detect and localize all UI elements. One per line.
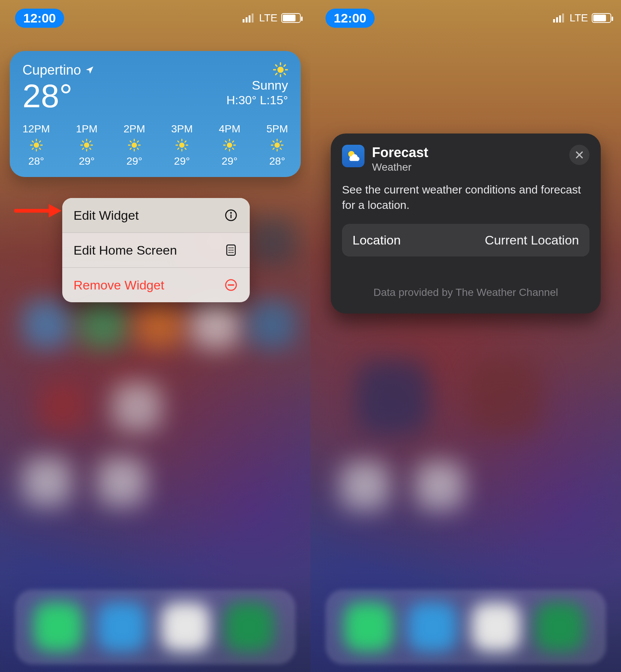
sheet-title: Forecast: [372, 145, 562, 160]
hour-temp: 28°: [28, 155, 44, 167]
blurred-app-icon: [340, 461, 389, 510]
dock-app-icon: [344, 603, 393, 651]
svg-marker-29: [49, 204, 62, 218]
svg-rect-9: [243, 19, 244, 22]
sheet-footer: Data provided by The Weather Channel: [342, 286, 590, 298]
svg-rect-10: [246, 17, 248, 22]
svg-point-19: [232, 247, 233, 248]
blurred-app-icon: [468, 360, 543, 435]
sun-icon: [273, 62, 288, 77]
svg-rect-32: [559, 15, 561, 22]
location-row-value: Current Location: [485, 233, 579, 248]
widget-hour: 12PM 28°: [22, 123, 50, 167]
blurred-app-icon: [416, 461, 464, 510]
widget-city-label: Cupertino: [22, 62, 81, 78]
blurred-app-icon: [248, 300, 296, 349]
widget-hour: 5PM 28°: [266, 123, 288, 167]
sun-icon: [30, 139, 43, 152]
annotation-arrow-icon: [14, 202, 62, 219]
dock-app-icon: [161, 603, 210, 651]
location-arrow-icon: [85, 65, 94, 75]
menu-item-label: Remove Widget: [74, 278, 164, 292]
status-network-label: LTE: [259, 12, 278, 24]
menu-item-label: Edit Widget: [74, 208, 139, 223]
widget-city: Cupertino: [22, 62, 94, 78]
svg-point-17: [228, 247, 230, 248]
widget-hour: 1PM 29°: [76, 123, 98, 167]
blurred-app-icon: [191, 300, 240, 349]
svg-point-23: [228, 252, 230, 253]
menu-item-label: Edit Home Screen: [74, 243, 177, 258]
menu-item-edit-widget[interactable]: Edit Widget: [62, 198, 250, 232]
minus-circle-icon: [224, 278, 238, 292]
blurred-app-icon: [22, 300, 71, 349]
close-icon: [574, 150, 584, 160]
widget-context-menu: Edit Widget Edit Home Screen Remove Widg…: [62, 198, 250, 302]
svg-rect-11: [249, 15, 250, 22]
svg-rect-31: [556, 17, 558, 22]
svg-point-18: [230, 247, 231, 248]
menu-item-remove-widget[interactable]: Remove Widget: [62, 267, 250, 302]
battery-icon: [281, 13, 301, 23]
hour-temp: 29°: [174, 155, 190, 167]
hour-temp: 29°: [79, 155, 94, 167]
svg-rect-15: [231, 214, 232, 218]
blurred-app-icon: [98, 458, 146, 506]
info-icon: [224, 208, 238, 223]
blurred-app-icon: [22, 458, 71, 506]
cell-signal-icon: [553, 14, 566, 22]
hour-temp: 28°: [269, 155, 285, 167]
svg-rect-12: [252, 14, 254, 22]
sun-icon: [128, 139, 141, 152]
status-time[interactable]: 12:00: [15, 9, 64, 28]
status-time[interactable]: 12:00: [326, 9, 375, 28]
status-network-label: LTE: [570, 12, 588, 24]
battery-icon: [592, 13, 611, 23]
weather-widget[interactable]: Cupertino 28° Sunny H:30° L:15° 12PM 28°: [10, 51, 301, 177]
sun-icon: [176, 139, 188, 152]
blurred-app-icon: [248, 218, 296, 266]
widget-hour: 2PM 29°: [124, 123, 146, 167]
svg-point-21: [230, 249, 231, 250]
location-row-label: Location: [352, 233, 401, 248]
blurred-app-icon: [38, 382, 86, 431]
apps-grid-icon: [224, 243, 238, 258]
phone-left: 12:00 LTE Cupertino 28°: [0, 0, 310, 672]
svg-point-22: [232, 249, 233, 250]
svg-point-14: [230, 212, 232, 214]
blurred-app-icon: [112, 382, 161, 431]
dock-app-icon: [98, 603, 146, 651]
hour-label: 12PM: [22, 123, 50, 135]
hour-label: 3PM: [171, 123, 193, 135]
widget-condition: Sunny: [252, 78, 288, 93]
hour-temp: 29°: [126, 155, 142, 167]
menu-item-edit-home-screen[interactable]: Edit Home Screen: [62, 232, 250, 267]
sheet-subtitle: Weather: [372, 161, 562, 173]
widget-hourly-row: 12PM 28° 1PM 29° 2PM 29° 3PM 29° 4PM: [22, 123, 288, 167]
sun-icon: [223, 139, 236, 152]
blurred-app-icon: [356, 360, 430, 435]
sheet-description: See the current weather conditions and f…: [342, 182, 590, 213]
cell-signal-icon: [243, 14, 255, 22]
dock-app-icon: [408, 603, 457, 651]
status-bar: 12:00 LTE: [310, 7, 621, 29]
svg-point-24: [230, 252, 231, 253]
widget-hour: 3PM 29°: [171, 123, 193, 167]
widget-temperature: 28°: [22, 80, 94, 112]
sun-icon: [80, 139, 93, 152]
widget-high-low: H:30° L:15°: [226, 93, 288, 107]
weather-app-icon: [342, 145, 364, 167]
svg-rect-30: [553, 19, 555, 22]
widget-edit-sheet: Forecast Weather See the current weather…: [331, 134, 601, 314]
dock: [15, 590, 296, 664]
phone-right: 12:00 LTE Forecast Weather: [310, 0, 621, 672]
hour-label: 1PM: [76, 123, 98, 135]
close-button[interactable]: [569, 145, 590, 165]
svg-rect-33: [562, 14, 564, 22]
status-bar: 12:00 LTE: [0, 7, 310, 29]
location-row[interactable]: Location Current Location: [342, 224, 590, 256]
dock-app-icon: [536, 603, 584, 651]
dock-app-icon: [472, 603, 520, 651]
hour-label: 2PM: [124, 123, 146, 135]
dock: [326, 590, 606, 664]
